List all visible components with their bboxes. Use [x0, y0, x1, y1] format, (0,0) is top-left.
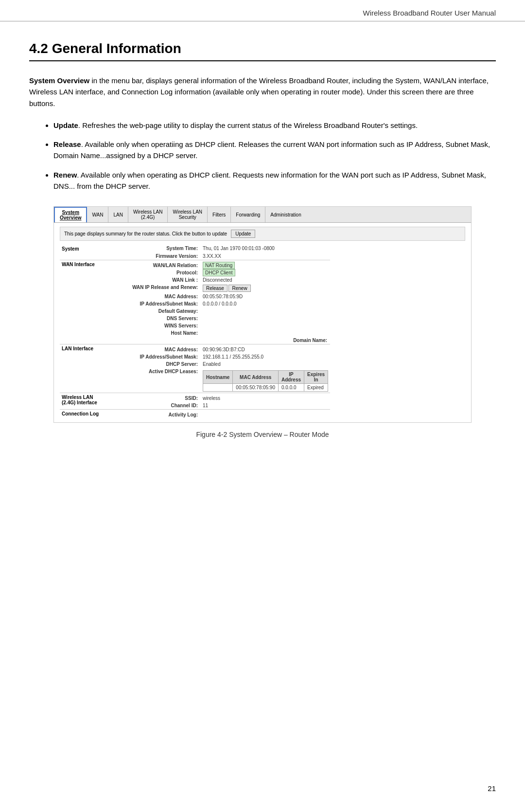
wireless-ssid-value: wireless	[201, 393, 330, 402]
update-bar: This page displays summary for the route…	[60, 227, 465, 241]
wan-relation-value: NAT Routing	[201, 260, 330, 270]
wan-row-1: WAN Interface WAN/LAN Relation: NAT Rout…	[60, 260, 465, 270]
dhcp-header-row: Hostname MAC Address IP Address Expires …	[203, 371, 328, 384]
figure-caption: Figure 4-2 System Overview – Router Mode	[29, 431, 496, 438]
wan-domain-row: Domain Name:	[60, 337, 465, 344]
nav-filters[interactable]: Filters	[208, 207, 231, 222]
activity-log-label: Activity Log:	[113, 410, 201, 419]
lan-dhcp-server-row: DHCP Server: Enabled	[60, 361, 465, 368]
wan-link-value: Disconnected	[201, 276, 330, 284]
wireless-channel-label: Channel ID:	[113, 402, 201, 410]
wan-ip-label: IP Address/Subnet Mask:	[113, 300, 201, 307]
wan-wins-row: WINS Servers:	[60, 322, 465, 329]
wan-mac-row: MAC Address: 00:05:50:78:05:9D	[60, 293, 465, 300]
wan-domain-label: Domain Name:	[201, 337, 330, 344]
release-button[interactable]: Release	[203, 285, 228, 292]
wan-protocol-row: Protocol: DHCP Client	[60, 269, 465, 276]
wan-dns-row: DNS Servers:	[60, 315, 465, 322]
nav-lan[interactable]: LAN	[108, 207, 128, 222]
renew-button[interactable]: Renew	[228, 285, 250, 292]
dhcp-lease-expires: Expired	[304, 384, 328, 392]
wan-release-label: WAN IP Release and Renew:	[113, 284, 201, 293]
wan-domain-value	[330, 337, 465, 344]
page-header: Wireless Broadband Router User Manual	[0, 0, 525, 21]
nav-system-overview[interactable]: System Overview	[54, 207, 87, 222]
wan-wins-label: WINS Servers:	[113, 322, 201, 329]
wan-gw-label: Default Gateway:	[113, 307, 201, 315]
lan-dhcp-leases-row: Active DHCP Leases: Hostname MAC Address…	[60, 368, 465, 393]
wan-link-row: WAN Link : Disconnected	[60, 276, 465, 284]
firmware-label: Firmware Version:	[113, 253, 201, 260]
main-content: 4.2 General Information System Overview …	[0, 21, 525, 477]
manual-title: Wireless Broadband Router User Manual	[363, 9, 496, 17]
wan-mac-value: 00:05:50:78:05:9D	[201, 293, 330, 300]
wan-gw-row: Default Gateway:	[60, 307, 465, 315]
wan-dns-value	[201, 315, 330, 322]
system-time-value: Thu, 01 Jan 1970 00:01:03 -0800	[201, 245, 330, 253]
firmware-value: 3.XX.XX	[201, 253, 330, 260]
wan-hostname-value	[201, 329, 330, 337]
dhcp-lease-ip: 0.0.0.0	[279, 384, 304, 392]
lan-label: LAN Interface	[60, 344, 113, 393]
dhcp-lease-row: 00:05:50:78:05:90 0.0.0.0 Expired	[203, 384, 328, 392]
wan-gw-value	[201, 307, 330, 315]
system-label: System	[60, 245, 113, 253]
connection-log-label: Connection Log	[60, 410, 113, 419]
wan-wins-value	[201, 322, 330, 329]
lan-dhcp-server-label: DHCP Server:	[113, 361, 201, 368]
wireless-ssid-label: SSID:	[113, 393, 201, 402]
info-table: System System Time: Thu, 01 Jan 1970 00:…	[60, 245, 465, 418]
wan-release-value: Release Renew	[201, 284, 330, 293]
wan-hostname-row: Host Name:	[60, 329, 465, 337]
wan-dns-label: DNS Servers:	[113, 315, 201, 322]
lan-dhcp-leases-value: Hostname MAC Address IP Address Expires …	[201, 368, 330, 393]
nav-forwarding[interactable]: Forwarding	[231, 207, 265, 222]
wireless-channel-row: Channel ID: 11	[60, 402, 465, 410]
wan-mac-label: MAC Address:	[113, 293, 201, 300]
wireless-channel-value: 11	[201, 402, 330, 410]
list-item: Renew. Available only when operating as …	[53, 169, 496, 192]
activity-log-value	[201, 410, 330, 419]
dhcp-col-expires: Expires In	[304, 371, 328, 384]
page-body: This page displays summary for the route…	[54, 223, 471, 422]
list-item: Update. Refreshes the web-page utility t…	[53, 120, 496, 131]
dhcp-lease-mac: 00:05:50:78:05:90	[233, 384, 279, 392]
nav-wan[interactable]: WAN	[87, 207, 108, 222]
dhcp-lease-hostname	[203, 384, 233, 392]
wan-ip-value: 0.0.0.0 / 0.0.0.0	[201, 300, 330, 307]
wireless-ssid-row: Wireless LAN(2.4G) Interface SSID: wirel…	[60, 393, 465, 402]
lan-mac-value: 00:90:96:3D:B7:CD	[201, 344, 330, 354]
wan-relation-label: WAN/LAN Relation:	[113, 260, 201, 270]
page-number: 21	[488, 784, 496, 793]
list-item: Release. Available only when operatiing …	[53, 139, 496, 162]
nav-bar: System Overview WAN LAN Wireless LAN (2.…	[54, 207, 471, 223]
lan-mac-label: MAC Address:	[113, 344, 201, 354]
wan-protocol-value: DHCP Client	[201, 269, 330, 276]
firmware-row: Firmware Version: 3.XX.XX	[60, 253, 465, 260]
dhcp-col-ip: IP Address	[279, 371, 304, 384]
wan-link-label: WAN Link :	[113, 276, 201, 284]
nav-wireless-security[interactable]: Wireless LAN Security	[168, 207, 208, 222]
wan-label: WAN Interface	[60, 260, 113, 344]
lan-ip-label: IP Address/Subnet Mask:	[113, 353, 201, 361]
update-button[interactable]: Update	[231, 230, 255, 238]
update-bar-text: This page displays summary for the route…	[64, 231, 227, 236]
nav-wireless-lan[interactable]: Wireless LAN (2.4G)	[128, 207, 168, 222]
dhcp-leases-table: Hostname MAC Address IP Address Expires …	[203, 370, 328, 392]
wan-release-row: WAN IP Release and Renew: Release Renew	[60, 284, 465, 293]
dhcp-col-hostname: Hostname	[203, 371, 233, 384]
wan-protocol-label: Protocol:	[113, 269, 201, 276]
section-title: 4.2 General Information	[29, 41, 496, 61]
lan-mac-row: LAN Interface MAC Address: 00:90:96:3D:B…	[60, 344, 465, 354]
screenshot: System Overview WAN LAN Wireless LAN (2.…	[53, 206, 472, 423]
wireless-label: Wireless LAN(2.4G) Interface	[60, 393, 113, 410]
nav-administration[interactable]: Administration	[265, 207, 306, 222]
feature-list: Update. Refreshes the web-page utility t…	[29, 120, 496, 192]
lan-dhcp-server-value: Enabled	[201, 361, 330, 368]
connection-log-row: Connection Log Activity Log:	[60, 410, 465, 419]
system-time-label: System Time:	[113, 245, 201, 253]
lan-ip-row: IP Address/Subnet Mask: 192.168.1.1 / 25…	[60, 353, 465, 361]
wan-ip-row: IP Address/Subnet Mask: 0.0.0.0 / 0.0.0.…	[60, 300, 465, 307]
system-row: System System Time: Thu, 01 Jan 1970 00:…	[60, 245, 465, 253]
wan-hostname-label: Host Name:	[113, 329, 201, 337]
